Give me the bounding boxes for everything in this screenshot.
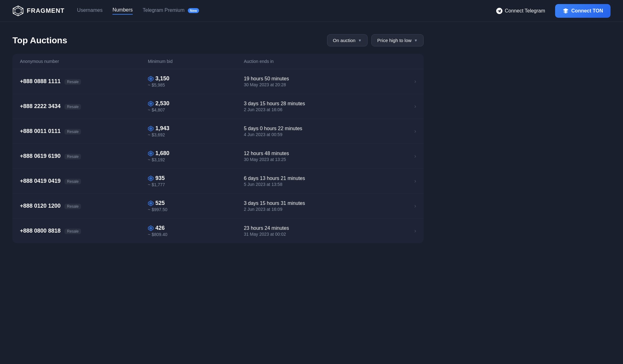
- auction-time: 3 days 15 hours 31 minutes: [244, 201, 404, 206]
- auction-date: 31 May 2023 at 00:02: [244, 232, 404, 237]
- auction-time: 5 days 0 hours 22 minutes: [244, 126, 404, 131]
- ton-diamond-icon: [148, 76, 154, 82]
- row-number-cell: +888 0888 1111 Resale: [20, 78, 148, 85]
- row-bid-cell: 1,943 ~ $3,692: [148, 125, 244, 137]
- sort-filter-chevron: ▼: [414, 38, 418, 43]
- nav-usernames[interactable]: Usernames: [77, 7, 102, 14]
- row-time-cell: 19 hours 50 minutes 30 May 2023 at 20:28: [244, 76, 404, 87]
- main-nav: Usernames Numbers Telegram Premium New: [77, 7, 490, 15]
- ton-diamond-icon: [148, 101, 154, 106]
- bid-amount: 1,680: [148, 150, 244, 157]
- status-filter-button[interactable]: On auction ▼: [327, 34, 368, 46]
- page-title: Top Auctions: [12, 35, 67, 45]
- table-row[interactable]: +888 0419 0419 Resale 935 ~ $1,777 6 day…: [12, 169, 424, 194]
- phone-number: +888 0120 1200: [20, 203, 61, 209]
- svg-marker-10: [149, 77, 152, 80]
- row-bid-cell: 1,680 ~ $3,192: [148, 150, 244, 162]
- phone-number: +888 0888 1111: [20, 78, 61, 84]
- row-arrow: ›: [404, 178, 416, 184]
- ton-diamond-icon: [148, 201, 154, 206]
- row-bid-cell: 2,530 ~ $4,807: [148, 100, 244, 112]
- auction-time: 6 days 13 hours 21 minutes: [244, 176, 404, 181]
- row-number-cell: +888 2222 3434 Resale: [20, 103, 148, 110]
- auction-date: 5 Jun 2023 at 13:58: [244, 182, 404, 187]
- auction-date: 30 May 2023 at 20:28: [244, 82, 404, 87]
- resale-badge: Resale: [64, 229, 81, 234]
- table-row[interactable]: +888 0888 1111 Resale 3,150 ~ $5,985 19 …: [12, 69, 424, 94]
- resale-badge: Resale: [64, 179, 81, 184]
- svg-marker-12: [149, 102, 152, 105]
- auction-date: 30 May 2023 at 13:25: [244, 157, 404, 162]
- filter-group: On auction ▼ Price high to low ▼: [327, 34, 424, 46]
- status-filter-chevron: ▼: [358, 38, 362, 43]
- auction-time: 3 days 15 hours 28 minutes: [244, 101, 404, 106]
- row-arrow: ›: [404, 228, 416, 234]
- bid-usd: ~ $3,192: [148, 157, 244, 162]
- col-arrow: [404, 59, 416, 64]
- table-rows: +888 0888 1111 Resale 3,150 ~ $5,985 19 …: [12, 69, 424, 243]
- col-number: Anonymous number: [20, 59, 148, 64]
- bid-usd: ~ $997.50: [148, 207, 244, 212]
- phone-number: +888 0619 6190: [20, 153, 61, 159]
- auction-table: Anonymous number Minimum bid Auction end…: [12, 54, 424, 243]
- sort-filter-button[interactable]: Price high to low ▼: [371, 34, 424, 46]
- row-time-cell: 3 days 15 hours 31 minutes 2 Jun 2023 at…: [244, 201, 404, 212]
- header-actions: Connect Telegram Connect TON: [490, 4, 611, 18]
- row-arrow: ›: [404, 78, 416, 85]
- svg-marker-1: [15, 8, 21, 14]
- row-bid-cell: 3,150 ~ $5,985: [148, 75, 244, 87]
- main-content: Top Auctions On auction ▼ Price high to …: [0, 22, 436, 256]
- bid-usd: ~ $1,777: [148, 182, 244, 187]
- nav-numbers[interactable]: Numbers: [112, 7, 133, 15]
- logo-icon: [12, 5, 24, 17]
- resale-badge: Resale: [64, 79, 81, 85]
- sort-filter-label: Price high to low: [377, 38, 411, 43]
- col-ends: Auction ends in: [244, 59, 404, 64]
- row-number-cell: +888 0619 6190 Resale: [20, 153, 148, 159]
- bid-amount: 3,150: [148, 75, 244, 82]
- bid-amount: 1,943: [148, 125, 244, 132]
- svg-marker-8: [563, 8, 568, 11]
- auction-time: 23 hours 24 minutes: [244, 225, 404, 231]
- bid-amount: 426: [148, 225, 244, 231]
- row-time-cell: 3 days 15 hours 28 minutes 2 Jun 2023 at…: [244, 101, 404, 112]
- nav-telegram-premium[interactable]: Telegram Premium New: [143, 7, 199, 14]
- bid-usd: ~ $4,807: [148, 107, 244, 112]
- phone-number: +888 0800 8818: [20, 228, 61, 234]
- svg-marker-22: [149, 227, 152, 230]
- row-number-cell: +888 0800 8818 Resale: [20, 228, 148, 234]
- auction-date: 2 Jun 2023 at 16:06: [244, 107, 404, 112]
- logo[interactable]: FRAGMENT: [12, 5, 64, 17]
- resale-badge: Resale: [64, 204, 81, 209]
- svg-marker-14: [149, 127, 152, 130]
- bid-usd: ~ $5,985: [148, 83, 244, 87]
- ton-diamond-icon: [148, 176, 154, 181]
- auction-date: 2 Jun 2023 at 16:09: [244, 207, 404, 212]
- bid-amount: 935: [148, 175, 244, 182]
- connect-ton-button[interactable]: Connect TON: [555, 4, 611, 18]
- connect-telegram-button[interactable]: Connect Telegram: [490, 5, 552, 17]
- col-bid: Minimum bid: [148, 59, 244, 64]
- table-header: Anonymous number Minimum bid Auction end…: [12, 54, 424, 69]
- row-arrow: ›: [404, 203, 416, 209]
- status-filter-label: On auction: [333, 38, 356, 43]
- page-header: Top Auctions On auction ▼ Price high to …: [12, 34, 424, 46]
- auction-time: 12 hours 48 minutes: [244, 151, 404, 156]
- phone-number: +888 0011 0111: [20, 128, 61, 134]
- bid-usd: ~ $809.40: [148, 232, 244, 237]
- table-row[interactable]: +888 0800 8818 Resale 426 ~ $809.40 23 h…: [12, 219, 424, 243]
- svg-marker-20: [149, 202, 152, 205]
- auction-time: 19 hours 50 minutes: [244, 76, 404, 82]
- ton-diamond-icon: [148, 126, 154, 131]
- row-bid-cell: 525 ~ $997.50: [148, 200, 244, 212]
- row-bid-cell: 426 ~ $809.40: [148, 225, 244, 237]
- table-row[interactable]: +888 0619 6190 Resale 1,680 ~ $3,192 12 …: [12, 144, 424, 169]
- row-time-cell: 5 days 0 hours 22 minutes 4 Jun 2023 at …: [244, 126, 404, 137]
- resale-badge: Resale: [64, 129, 81, 135]
- table-row[interactable]: +888 0011 0111 Resale 1,943 ~ $3,692 5 d…: [12, 119, 424, 144]
- table-row[interactable]: +888 2222 3434 Resale 2,530 ~ $4,807 3 d…: [12, 94, 424, 119]
- resale-badge: Resale: [64, 154, 81, 159]
- row-arrow: ›: [404, 128, 416, 135]
- table-row[interactable]: +888 0120 1200 Resale 525 ~ $997.50 3 da…: [12, 194, 424, 219]
- ton-icon-header: [563, 8, 569, 14]
